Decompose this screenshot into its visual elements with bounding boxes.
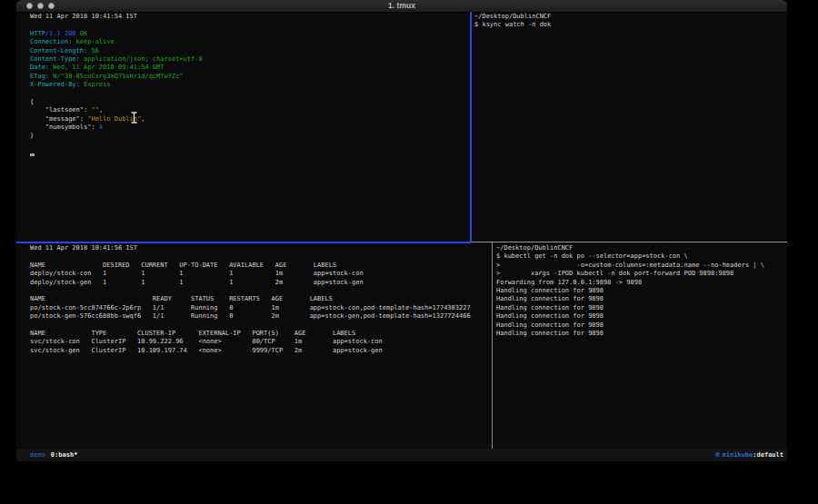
terminal-line: } xyxy=(30,132,203,140)
window-titlebar[interactable]: 1. tmux xyxy=(16,0,787,13)
kube-context: minikube xyxy=(723,449,753,461)
terminal-line: ~/Desktop/DublinCNCF xyxy=(496,244,764,252)
terminal-line: $ kubectl get -n dok po --selector=app=s… xyxy=(496,252,764,261)
session-name: demo xyxy=(30,449,45,461)
kubernetes-helm-icon: ☸ xyxy=(714,449,720,461)
terminal-line: Handling connection for 9898 xyxy=(496,287,764,295)
terminal-line: Wed 11 Apr 2018 10:41:54 IST xyxy=(30,13,203,21)
terminal-cursor xyxy=(30,153,35,156)
terminal-line: Connection: keep-alive xyxy=(30,38,203,46)
pane-kubectl-resources[interactable]: Wed 11 Apr 2018 10:41:56 ISTNAME DESIRED… xyxy=(30,244,471,355)
terminal-line: $ ksync watch -n dok xyxy=(474,21,551,29)
terminal-line: svc/stock-gen ClusterIP 10.109.197.74 <n… xyxy=(30,347,471,355)
terminal-line: Handling connection for 9898 xyxy=(496,304,764,312)
pane-divider-vertical-bottom[interactable] xyxy=(492,242,493,449)
pane-ksync-watch[interactable]: ~/Desktop/DublinCNCF$ ksync watch -n dok xyxy=(474,13,551,30)
terminal-line: Handling connection for 9898 xyxy=(496,295,764,303)
terminal-line: Forwarding from 127.0.0.1:9898 -> 9898 xyxy=(496,279,764,287)
terminal-line: po/stock-gen-576cc688bb-swqf6 1/1 Runnin… xyxy=(30,312,471,321)
active-window-label[interactable]: 0:bash* xyxy=(51,449,78,461)
pane-http-response[interactable]: Wed 11 Apr 2018 10:41:54 ISTHTTP/1.1 200… xyxy=(30,13,203,141)
terminal-line xyxy=(30,252,471,261)
terminal-line: "lastseen": "", xyxy=(30,106,203,114)
terminal-line: NAME READY STATUS RESTARTS AGE LABELS xyxy=(30,295,471,303)
terminal-line: po/stock-con-5cc874766c-2p6rp 1/1 Runnin… xyxy=(30,304,471,312)
mouse-ibeam-cursor xyxy=(130,112,138,124)
kube-namespace: :default xyxy=(753,449,783,461)
terminal-line xyxy=(30,321,471,330)
terminal-line: ~/Desktop/DublinCNCF xyxy=(474,13,551,21)
terminal-line: Handling connection for 9898 xyxy=(496,312,764,321)
window-title: 1. tmux xyxy=(16,1,787,10)
terminal-line: Date: Wed, 11 Apr 2018 09:41:54 GMT xyxy=(30,64,203,72)
terminal-line: NAME TYPE CLUSTER-IP EXTERNAL-IP PORT(S)… xyxy=(30,330,471,338)
pane-port-forward[interactable]: ~/Desktop/DublinCNCF$ kubectl get -n dok… xyxy=(496,244,764,338)
terminal-line xyxy=(30,287,471,295)
terminal-line: deploy/stock-gen 1 1 1 1 2m app=stock-ge… xyxy=(30,279,471,287)
terminal-line xyxy=(30,21,203,29)
terminal-window: 1. tmux Wed 11 Apr 2018 10:41:54 ISTHTTP… xyxy=(16,0,787,461)
terminal-line: { xyxy=(30,98,203,106)
desktop: 1. tmux Wed 11 Apr 2018 10:41:54 ISTHTTP… xyxy=(0,0,818,504)
terminal-line: NAME DESIRED CURRENT UP-TO-DATE AVAILABL… xyxy=(30,262,471,270)
terminal-line: svc/stock-con ClusterIP 10.99.222.96 <no… xyxy=(30,338,471,346)
terminal-line: deploy/stock-con 1 1 1 1 1m app=stock-co… xyxy=(30,270,471,278)
terminal-line: "message": "Hello Dublin", xyxy=(30,115,203,124)
tmux-status-bar: demo 0:bash* ☸ minikube :default xyxy=(16,449,787,461)
terminal-line xyxy=(30,90,203,98)
terminal-line: > xargs -IPOD kubectl -n dok port-forwar… xyxy=(496,270,764,278)
terminal-line: Wed 11 Apr 2018 10:41:56 IST xyxy=(30,244,471,252)
pane-divider-horizontal-right[interactable] xyxy=(472,242,787,242)
pane-divider-horizontal-active[interactable] xyxy=(16,242,472,243)
terminal-line: > -o=custom-columns=:metadata.name --no-… xyxy=(496,262,764,270)
terminal-line: Content-Length: 56 xyxy=(30,47,203,55)
pane-divider-vertical-top[interactable] xyxy=(470,12,472,242)
terminal-line: ETag: W/"38-05coCsrg3mQ75sHr1d/qcMTwYZc" xyxy=(30,73,203,81)
terminal-line: "numsymbols": 4 xyxy=(30,124,203,132)
terminal-line: X-Powered-By: Express xyxy=(30,81,203,89)
terminal-line: Handling connection for 9898 xyxy=(496,330,764,338)
terminal-line: Content-Type: application/json; charset=… xyxy=(30,55,203,64)
terminal-line: HTTP/1.1 200 OK xyxy=(30,30,203,38)
terminal-line: Handling connection for 9898 xyxy=(496,321,764,330)
